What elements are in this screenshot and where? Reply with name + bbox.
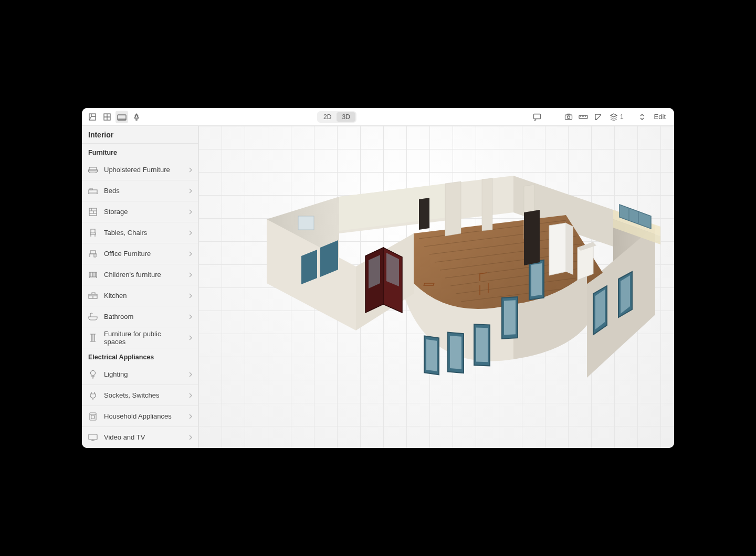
- chevron-right-icon: [188, 413, 193, 420]
- sidebar-section-electrical: Electrical Appliances: [82, 348, 198, 364]
- svg-rect-0: [89, 114, 96, 120]
- chevron-right-icon: [188, 293, 193, 299]
- svg-rect-18: [89, 434, 97, 440]
- chevron-right-icon: [188, 167, 193, 173]
- sidebar-item-tables-chairs[interactable]: Tables, Chairs: [82, 222, 198, 243]
- svg-rect-42: [450, 336, 461, 369]
- sidebar-item-kitchen[interactable]: Kitchen: [82, 285, 198, 306]
- chevron-right-icon: [188, 251, 193, 257]
- svg-point-17: [91, 415, 95, 419]
- svg-marker-61: [549, 223, 566, 275]
- top-toolbar: 2D 3D 1 Edit: [82, 108, 674, 126]
- layers-icon: [610, 113, 618, 121]
- sidebar-item-label: Beds: [104, 187, 183, 195]
- sidebar-item-bathroom[interactable]: Bathroom: [82, 306, 198, 327]
- grid-mode-icon[interactable]: [101, 111, 113, 123]
- dimensions-icon[interactable]: [592, 111, 604, 123]
- floor-number: 1: [620, 113, 624, 121]
- chevron-right-icon: [188, 314, 193, 320]
- sidebar-item-label: Upholstered Furniture: [104, 166, 183, 174]
- sidebar-item-upholstered-furniture[interactable]: Upholstered Furniture: [82, 159, 198, 180]
- sidebar-item-storage[interactable]: Storage: [82, 201, 198, 222]
- sidebar-section-furniture: Furniture: [82, 144, 198, 159]
- sidebar-item-label: Kitchen: [104, 292, 183, 300]
- app-window: 2D 3D 1 Edit Interior Furniture: [82, 108, 674, 448]
- column-icon: [87, 332, 99, 344]
- sidebar-item-beds[interactable]: Beds: [82, 180, 198, 201]
- svg-rect-44: [504, 300, 516, 335]
- sidebar-item-label: Lighting: [104, 370, 183, 378]
- chair-icon: [87, 227, 99, 239]
- chevron-right-icon: [188, 371, 193, 378]
- sidebar-item-video-tv[interactable]: Video and TV: [82, 427, 198, 448]
- washer-icon: [87, 411, 99, 422]
- sidebar-title: Interior: [82, 126, 198, 144]
- bath-icon: [87, 311, 99, 323]
- view-mode-toggle: 2D 3D: [317, 111, 356, 123]
- view-2d-button[interactable]: 2D: [318, 112, 337, 122]
- svg-rect-7: [89, 167, 97, 170]
- svg-marker-53: [369, 255, 380, 288]
- svg-rect-9: [89, 190, 97, 193]
- svg-rect-41: [426, 339, 437, 371]
- sidebar-item-label: Video and TV: [104, 433, 183, 441]
- edit-button[interactable]: Edit: [650, 112, 670, 122]
- sidebar-item-office-furniture[interactable]: Office Furniture: [82, 243, 198, 264]
- camera-icon[interactable]: [562, 111, 575, 123]
- sidebar-item-lighting[interactable]: Lighting: [82, 364, 198, 385]
- interior-mode-icon[interactable]: [116, 111, 128, 123]
- svg-point-15: [91, 370, 96, 375]
- sidebar-item-label: Children's furniture: [104, 271, 183, 279]
- svg-rect-12: [90, 251, 96, 254]
- svg-rect-45: [531, 263, 542, 296]
- floor-plan-3d-model: [198, 126, 674, 448]
- chevron-right-icon: [188, 230, 193, 236]
- sidebar-item-label: Household Appliances: [104, 412, 183, 420]
- svg-marker-58: [482, 178, 492, 231]
- svg-rect-3: [533, 114, 540, 119]
- sidebar-item-label: Sockets, Switches: [104, 391, 183, 399]
- chevron-right-icon: [188, 335, 193, 341]
- sidebar-item-household-appliances[interactable]: Household Appliances: [82, 406, 198, 427]
- chevron-right-icon: [188, 272, 193, 278]
- bed-icon: [87, 185, 99, 197]
- app-body: Interior Furniture Upholstered Furniture…: [82, 126, 674, 448]
- bulb-icon: [87, 369, 99, 380]
- sidebar-item-public-spaces[interactable]: Furniture for public spaces: [82, 327, 198, 348]
- chevron-right-icon: [188, 188, 193, 194]
- sidebar-item-label: Storage: [104, 208, 183, 216]
- sofa-icon: [87, 164, 99, 176]
- svg-marker-65: [419, 198, 429, 230]
- chevron-updown-icon: [639, 113, 645, 121]
- view-3d-button[interactable]: 3D: [337, 112, 355, 122]
- crib-icon: [87, 269, 99, 281]
- floor-selector[interactable]: 1: [606, 112, 648, 122]
- construction-mode-icon[interactable]: [86, 111, 99, 123]
- svg-rect-43: [476, 327, 488, 362]
- sidebar-item-label: Office Furniture: [104, 250, 183, 258]
- ruler-icon[interactable]: [577, 111, 590, 123]
- svg-marker-60: [524, 210, 540, 265]
- svg-rect-10: [90, 188, 92, 190]
- chevron-right-icon: [188, 392, 193, 399]
- svg-rect-11: [89, 208, 97, 216]
- sidebar-item-label: Furniture for public spaces: [104, 330, 183, 346]
- sidebar: Interior Furniture Upholstered Furniture…: [82, 126, 198, 448]
- sidebar-item-sockets-switches[interactable]: Sockets, Switches: [82, 385, 198, 406]
- sidebar-item-childrens-furniture[interactable]: Children's furniture: [82, 264, 198, 285]
- svg-point-5: [567, 116, 570, 119]
- svg-marker-62: [566, 223, 573, 275]
- chevron-right-icon: [188, 209, 193, 215]
- desk-icon: [87, 248, 99, 260]
- tv-icon: [87, 432, 99, 443]
- sidebar-item-label: Bathroom: [104, 313, 183, 320]
- svg-marker-57: [445, 181, 461, 236]
- sidebar-item-label: Tables, Chairs: [104, 229, 183, 237]
- chevron-right-icon: [188, 434, 193, 441]
- 3d-viewport[interactable]: [198, 126, 674, 448]
- plug-icon: [87, 390, 99, 401]
- kitchen-icon: [87, 290, 99, 302]
- outdoor-mode-icon[interactable]: [130, 111, 143, 123]
- annotation-icon[interactable]: [531, 111, 543, 123]
- svg-rect-72: [298, 216, 314, 230]
